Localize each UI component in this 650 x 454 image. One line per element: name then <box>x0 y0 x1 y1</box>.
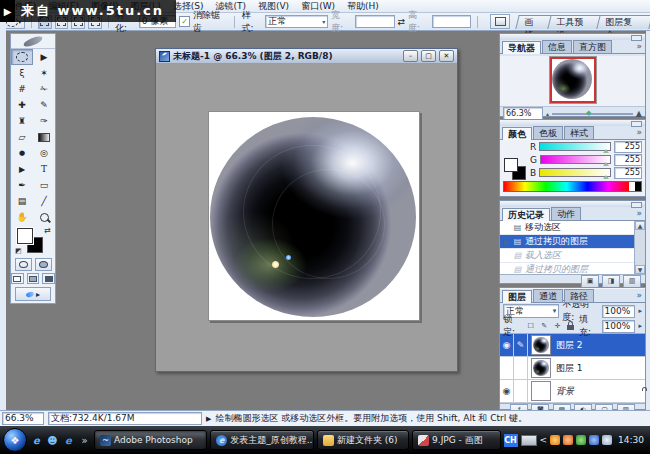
tray-volume-icon[interactable] <box>602 435 612 445</box>
red-slider[interactable] <box>539 142 611 151</box>
link-slot[interactable] <box>514 357 528 379</box>
opacity-spinner-icon[interactable]: ▸ <box>638 307 642 315</box>
pen-tool[interactable]: ✒ <box>11 177 33 193</box>
blue-value-input[interactable]: 255 <box>614 167 642 179</box>
history-scrollbar[interactable]: ▲ ▼ <box>634 221 645 274</box>
tray-collapse-icon[interactable]: < <box>540 435 548 445</box>
tab-navigator[interactable]: 导航器 <box>502 41 541 54</box>
layer-name[interactable]: 背景 <box>554 385 641 398</box>
move-tool[interactable]: ▶ <box>33 49 55 65</box>
standard-screen-button[interactable] <box>11 273 24 284</box>
lasso-tool[interactable]: ξ <box>11 65 33 81</box>
taskbar-task-browser[interactable]: e 发表主题_原创教程... <box>210 430 314 450</box>
eyedropper-tool[interactable]: ╱ <box>33 193 55 209</box>
quicklaunch-messenger-icon[interactable]: ☻ <box>46 435 59 446</box>
tray-network-icon[interactable] <box>589 435 599 445</box>
layer-thumbnail[interactable] <box>531 358 551 378</box>
minimize-button[interactable]: – <box>403 50 418 62</box>
fill-input[interactable]: 100% <box>602 320 636 333</box>
tray-users-icon[interactable] <box>563 435 573 445</box>
layer-thumbnail[interactable] <box>531 335 551 355</box>
taskbar-task-photoshop[interactable]: ~ Adobe Photoshop <box>94 430 207 450</box>
layer-thumbnail[interactable] <box>531 381 551 401</box>
zoom-in-icon[interactable]: ▲ <box>636 109 642 118</box>
tab-paths[interactable]: 路径 <box>564 289 594 302</box>
green-slider-thumb[interactable] <box>603 162 609 166</box>
clone-stamp-tool[interactable]: ♜ <box>11 113 33 129</box>
opacity-input[interactable]: 100% <box>602 305 636 318</box>
quicklaunch-ie-icon[interactable]: e <box>62 435 75 446</box>
navigator-viewbox[interactable] <box>550 57 596 103</box>
path-selection-tool[interactable]: ▶ <box>11 161 33 177</box>
layer-row-layer2[interactable]: ◉ ✎ 图层 2 <box>500 334 645 357</box>
blur-tool[interactable]: ● <box>11 145 33 161</box>
shape-tool[interactable]: ▭ <box>33 177 55 193</box>
document-title-bar[interactable]: 未标题-1 @ 66.3% (图层 2, RGB/8) – ▢ ✕ <box>156 49 457 64</box>
layer-row-layer1[interactable]: 图层 1 <box>500 357 645 380</box>
foreground-color-swatch[interactable] <box>504 158 518 172</box>
blue-slider-thumb[interactable] <box>603 175 609 179</box>
elliptical-marquee-tool[interactable] <box>11 49 33 65</box>
panel-menu-icon[interactable]: » <box>636 41 642 51</box>
dodge-tool[interactable]: ◎ <box>33 145 55 161</box>
eraser-tool[interactable]: ▱ <box>11 129 33 145</box>
standard-mode-button[interactable] <box>15 258 32 271</box>
tab-layers[interactable]: 图层 <box>502 290 532 303</box>
history-item-current[interactable]: ▶ ▤ 通过拷贝的图层 <box>500 235 645 249</box>
tab-info[interactable]: 信息 <box>542 40 572 53</box>
tab-history[interactable]: 历史记录 <box>502 208 550 221</box>
hand-tool[interactable]: ✋ <box>11 209 33 225</box>
scroll-up-icon[interactable]: ▲ <box>635 221 645 230</box>
blue-slider[interactable] <box>539 168 611 177</box>
visibility-toggle[interactable]: ◉ <box>500 380 514 402</box>
black-ramp-end[interactable] <box>635 182 641 191</box>
tray-shield-icon[interactable] <box>576 435 586 445</box>
style-select[interactable]: 正常 ▾ <box>265 15 328 28</box>
status-doc-info[interactable]: 文档:732.4K/1.67M <box>48 412 202 425</box>
scroll-down-icon[interactable]: ▼ <box>635 265 645 274</box>
start-button[interactable]: ❖ <box>3 428 27 452</box>
canvas[interactable] <box>208 111 420 321</box>
lock-position-toggle[interactable]: ✛ <box>552 321 562 332</box>
foreground-color-swatch[interactable] <box>17 228 33 244</box>
healing-brush-tool[interactable]: ✚ <box>11 97 33 113</box>
lock-all-toggle[interactable] <box>566 321 576 332</box>
panel-menu-icon[interactable]: » <box>636 290 642 300</box>
tab-actions[interactable]: 动作 <box>551 207 581 220</box>
toolbox-header[interactable] <box>11 34 55 49</box>
quicklaunch-overflow-icon[interactable]: » <box>78 435 91 446</box>
layer-name[interactable]: 图层 2 <box>554 339 645 352</box>
keyboard-icon[interactable] <box>521 435 537 446</box>
spectrum-ramp[interactable] <box>504 182 629 191</box>
taskbar-task-paint[interactable]: 9.JPG - 画图 <box>412 430 500 450</box>
tray-lock-icon[interactable] <box>550 435 560 445</box>
height-input[interactable] <box>432 15 471 28</box>
green-value-input[interactable]: 255 <box>614 154 642 166</box>
tab-color[interactable]: 颜色 <box>502 127 532 140</box>
taskbar-clock[interactable]: 14:30 <box>615 435 647 445</box>
red-slider-thumb[interactable] <box>603 149 609 153</box>
maximize-button[interactable]: ▢ <box>421 50 436 62</box>
fill-spinner-icon[interactable]: ▸ <box>638 322 642 330</box>
close-button[interactable]: ✕ <box>439 50 454 62</box>
layer-row-background[interactable]: ◉ 背景 <box>500 380 645 403</box>
visibility-toggle[interactable] <box>500 357 514 379</box>
slice-tool[interactable]: ✁ <box>33 81 55 97</box>
quick-mask-button[interactable] <box>35 258 52 271</box>
fullscreen-button[interactable] <box>42 273 55 284</box>
tab-tool-presets[interactable]: 工具预设 <box>547 15 604 29</box>
zoom-tool[interactable] <box>33 209 55 225</box>
red-value-input[interactable]: 255 <box>614 141 642 153</box>
taskbar-task-folder[interactable]: 新建文件夹 (6) <box>317 430 409 450</box>
history-item[interactable]: ▤ 移动选区 <box>500 221 645 235</box>
lock-pixels-toggle[interactable]: ✎ <box>539 321 549 332</box>
panel-menu-icon[interactable]: » <box>636 208 642 218</box>
tab-histogram[interactable]: 直方图 <box>573 40 612 53</box>
tab-layer-comps[interactable]: 图层复合 <box>596 15 650 29</box>
brush-tool[interactable]: ✎ <box>33 97 55 113</box>
magic-wand-tool[interactable]: ✶ <box>33 65 55 81</box>
status-popup-icon[interactable]: ▶ <box>206 415 211 423</box>
fullscreen-menubar-button[interactable] <box>27 273 40 284</box>
swap-dimensions-icon[interactable]: ⇄ <box>398 17 406 27</box>
file-browser-button[interactable] <box>490 14 510 29</box>
